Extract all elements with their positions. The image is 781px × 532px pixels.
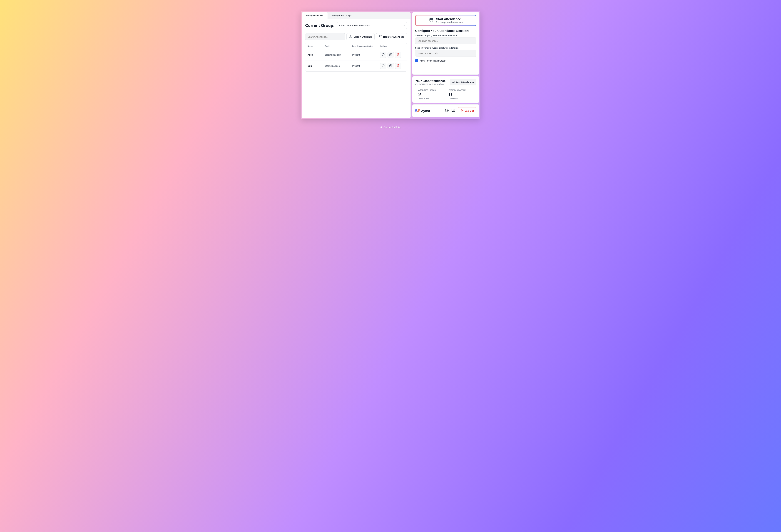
trash-icon [397, 64, 400, 68]
upload-icon [349, 35, 352, 39]
message-alert-icon [451, 109, 455, 113]
feedback-button[interactable] [451, 109, 455, 113]
user-plus-icon [378, 35, 382, 39]
allow-outsiders-label: Allow People Not in Group [420, 59, 446, 62]
session-card: Start Attendance for 2 registered attend… [412, 12, 479, 75]
captured-with-arc: Captured with Arc [380, 126, 401, 129]
settings-button[interactable] [387, 52, 394, 58]
group-select-value: Acme Corporation Attendance [339, 24, 370, 27]
arc-icon [380, 126, 383, 129]
table-row: Bob bob@gmail.com Present [305, 60, 407, 71]
info-button[interactable] [380, 63, 386, 69]
start-title: Start Attendance [436, 17, 463, 21]
svg-line-20 [448, 112, 448, 112]
svg-point-10 [383, 65, 383, 65]
col-email: Email [325, 45, 353, 47]
trash-icon [397, 53, 400, 57]
svg-point-7 [390, 54, 391, 55]
export-students-button[interactable]: Export Students [346, 33, 375, 40]
svg-point-1 [379, 36, 380, 37]
theme-toggle[interactable] [445, 109, 449, 113]
gear-icon [389, 53, 392, 57]
bus-icon [429, 18, 434, 23]
all-past-attendances-button[interactable]: All Past Attendances [450, 79, 477, 85]
attendees-panel: Manage Attendees Manage Your Groups Curr… [302, 12, 411, 118]
footer-card: Zyma Log Out [412, 104, 479, 117]
delete-button[interactable] [395, 52, 401, 58]
check-icon [416, 59, 418, 62]
export-students-label: Export Students [354, 36, 372, 38]
group-select[interactable]: Acme Corporation Attendance [337, 22, 407, 29]
tab-manage-attendees[interactable]: Manage Attendees [302, 12, 328, 19]
row-status: Present [352, 53, 380, 56]
absent-value: 0 [449, 91, 474, 97]
session-length-input[interactable] [415, 38, 477, 44]
last-subtitle: On 1/6/2024 for 2 attendees [415, 83, 447, 86]
svg-line-21 [446, 112, 446, 112]
logout-button[interactable]: Log Out [458, 107, 477, 114]
brand-icon [415, 109, 419, 113]
row-name: Alice [307, 53, 325, 56]
row-email: bob@gmail.com [325, 65, 353, 67]
arc-label: Captured with Arc [384, 126, 401, 129]
row-name: Bob [307, 65, 325, 67]
col-status: Last Attendance Status [352, 45, 380, 47]
start-subtitle: for 2 registered attendees [436, 21, 463, 24]
last-title: Your Last Attendance: [415, 79, 447, 83]
tabs: Manage Attendees Manage Your Groups [302, 12, 410, 19]
present-pct: 100% of total [418, 97, 443, 100]
register-attendees-button[interactable]: Register Attendees [376, 33, 407, 40]
info-icon [382, 53, 385, 57]
start-attendance-button[interactable]: Start Attendance for 2 registered attend… [415, 15, 477, 26]
attendees-table: Name Email Last Attendance Status Action… [305, 43, 407, 72]
last-attendance-card: Your Last Attendance: On 1/6/2024 for 2 … [412, 76, 479, 103]
logout-icon [460, 109, 464, 113]
current-group-label: Current Group: [305, 23, 335, 28]
tab-manage-groups[interactable]: Manage Your Groups [328, 12, 356, 18]
absent-pct: 0% of total [449, 97, 474, 100]
register-attendees-label: Register Attendees [383, 36, 404, 38]
svg-point-11 [390, 65, 391, 66]
allow-outsiders-checkbox[interactable] [415, 59, 418, 62]
table-row: Alice alice@gmail.com Present [305, 49, 407, 60]
settings-button[interactable] [387, 63, 394, 69]
delete-button[interactable] [395, 63, 401, 69]
search-input[interactable] [305, 33, 345, 40]
sun-icon [445, 109, 449, 113]
session-timeout-input[interactable] [415, 50, 477, 57]
col-name: Name [307, 45, 325, 47]
col-actions: Actions [380, 45, 405, 47]
row-email: alice@gmail.com [325, 53, 353, 56]
configure-heading: Configure Your Attendance Session: [415, 29, 477, 33]
info-button[interactable] [380, 52, 386, 58]
timeout-label: Session Timeout (Leave empty for indefin… [415, 47, 477, 49]
present-label: Attendees Present [418, 89, 443, 91]
brand: Zyma [415, 109, 430, 113]
present-value: 2 [418, 91, 443, 97]
svg-point-14 [446, 110, 447, 111]
logout-label: Log Out [465, 110, 474, 112]
chevron-down-icon [404, 25, 405, 26]
svg-point-6 [383, 54, 383, 54]
svg-line-22 [448, 109, 448, 110]
info-icon [382, 64, 385, 68]
length-label: Session Length (Leave empty for indefini… [415, 34, 477, 37]
row-status: Present [352, 65, 380, 67]
absent-label: Attendees Absent [449, 89, 474, 91]
gear-icon [389, 64, 392, 68]
brand-name: Zyma [421, 109, 430, 113]
svg-line-19 [446, 109, 446, 110]
